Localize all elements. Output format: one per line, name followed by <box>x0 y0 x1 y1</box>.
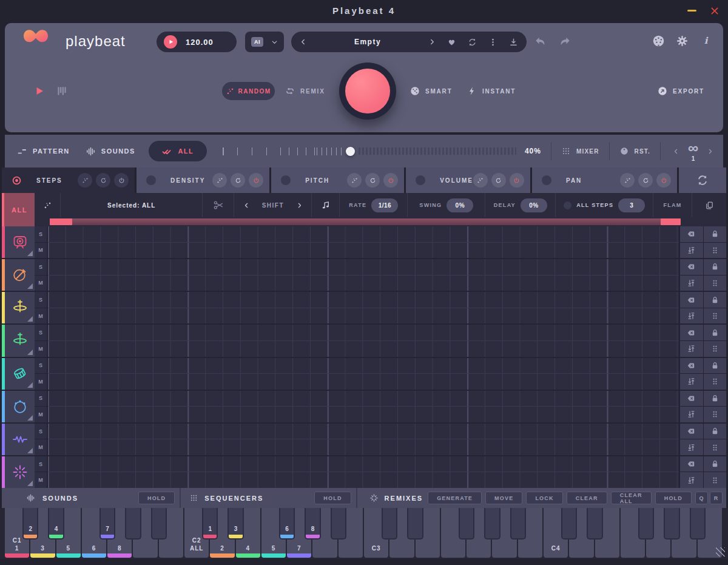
track-sample-cell[interactable] <box>2 358 35 390</box>
pattern-length-bar[interactable] <box>50 218 681 225</box>
select-all-button[interactable]: ALL <box>149 141 207 161</box>
tab-pattern[interactable]: PATTERN <box>17 146 70 157</box>
mute-button[interactable]: M <box>35 374 47 390</box>
info-icon[interactable]: i <box>699 35 712 47</box>
track-sample-cell[interactable] <box>2 424 35 455</box>
clear-steps-button[interactable] <box>680 391 703 407</box>
refresh-button[interactable] <box>638 173 653 188</box>
record-icon[interactable] <box>12 175 22 186</box>
clear-steps-button[interactable] <box>680 259 703 275</box>
step-grid[interactable] <box>48 391 679 422</box>
remix-lock-button[interactable]: LOCK <box>526 492 562 504</box>
refresh-button[interactable] <box>231 173 245 188</box>
loop-start-handle[interactable] <box>50 218 72 225</box>
shift-left-icon[interactable] <box>243 202 250 209</box>
global-sync-button[interactable] <box>679 167 726 193</box>
solo-button[interactable]: S <box>35 259 47 276</box>
power-button[interactable] <box>249 173 263 188</box>
track-sample-cell[interactable] <box>2 456 35 488</box>
power-button[interactable] <box>383 173 398 188</box>
quantize-button[interactable]: Q <box>695 492 708 504</box>
lock-track-button[interactable] <box>704 325 727 340</box>
close-button[interactable] <box>710 6 720 16</box>
step-grid[interactable] <box>48 292 679 323</box>
black-key[interactable] <box>407 508 423 540</box>
drag-handle[interactable] <box>704 439 727 455</box>
drag-handle[interactable] <box>704 308 727 324</box>
mute-button[interactable]: M <box>35 276 47 291</box>
power-button[interactable] <box>656 173 671 188</box>
clear-steps-button[interactable] <box>680 325 703 340</box>
mute-button[interactable]: M <box>35 407 47 422</box>
section-tab-pitch[interactable]: PITCH <box>271 167 406 193</box>
track-params-button[interactable] <box>680 243 703 259</box>
solo-button[interactable]: S <box>35 424 47 440</box>
cut-button[interactable] <box>203 193 234 217</box>
instant-mode-button[interactable]: INSTANT <box>467 86 516 96</box>
sequencers-hold-button[interactable]: HOLD <box>314 492 351 504</box>
step-grid[interactable] <box>48 325 679 356</box>
black-key[interactable] <box>587 508 602 540</box>
lock-track-button[interactable] <box>704 358 727 374</box>
drag-handle[interactable] <box>704 374 727 390</box>
step-grid[interactable] <box>48 226 679 258</box>
track-params-button[interactable] <box>680 276 703 291</box>
black-key[interactable] <box>151 508 167 540</box>
drag-handle[interactable] <box>704 407 727 422</box>
state-dot-icon[interactable] <box>542 175 551 185</box>
random-dots-button[interactable] <box>212 173 227 188</box>
mute-button[interactable]: M <box>35 439 47 455</box>
loop-end-handle[interactable] <box>661 218 681 225</box>
clear-steps-button[interactable] <box>680 358 703 374</box>
preset-menu-icon[interactable] <box>488 38 497 47</box>
clear-steps-button[interactable] <box>680 456 703 472</box>
clear-steps-button[interactable] <box>680 424 703 439</box>
track-sample-cell[interactable] <box>2 226 35 258</box>
reset-button[interactable]: RST. <box>619 146 650 156</box>
step-grid[interactable] <box>48 259 679 291</box>
lock-track-button[interactable] <box>704 424 727 439</box>
black-key[interactable] <box>664 508 679 540</box>
mute-button[interactable]: M <box>35 472 47 488</box>
copy-button[interactable] <box>692 193 726 217</box>
drag-handle[interactable] <box>704 472 727 488</box>
track-sample-cell[interactable] <box>2 391 35 422</box>
section-tab-pan[interactable]: PAN <box>532 167 679 193</box>
all-steps-value[interactable]: 3 <box>618 198 645 212</box>
solo-button[interactable]: S <box>35 391 47 407</box>
all-steps-toggle-icon[interactable] <box>564 201 571 209</box>
black-key[interactable] <box>561 508 577 540</box>
bpm-control[interactable]: 120.00 <box>157 32 237 52</box>
drag-handle[interactable] <box>704 243 727 259</box>
power-button[interactable] <box>114 173 129 188</box>
clear-steps-button[interactable] <box>680 226 703 242</box>
lock-track-button[interactable] <box>704 391 727 407</box>
black-key[interactable] <box>331 508 346 540</box>
remix-generate-button[interactable]: GENERATE <box>428 492 482 504</box>
randomize-steps-button[interactable] <box>35 193 61 217</box>
random-dots-button[interactable] <box>78 173 92 188</box>
lock-track-button[interactable] <box>704 292 727 308</box>
slider-knob[interactable] <box>346 147 355 156</box>
infinity-icon[interactable]: ∞ <box>688 141 698 155</box>
step-grid[interactable] <box>48 424 679 455</box>
black-key[interactable]: 7 <box>99 508 115 540</box>
flam-button[interactable]: FLAM <box>653 193 692 217</box>
black-key[interactable]: 1 <box>202 508 218 540</box>
favorite-icon[interactable] <box>447 38 456 47</box>
step-grid[interactable] <box>48 358 679 390</box>
black-key[interactable]: 6 <box>279 508 295 540</box>
track-sample-cell[interactable] <box>2 292 35 323</box>
lock-track-button[interactable] <box>704 226 727 242</box>
solo-button[interactable]: S <box>35 358 47 374</box>
refresh-button[interactable] <box>96 173 110 188</box>
state-dot-icon[interactable] <box>146 175 156 185</box>
bpm-play-icon[interactable] <box>164 35 177 49</box>
black-key[interactable] <box>459 508 474 540</box>
resize-handle[interactable] <box>716 547 725 557</box>
state-dot-icon[interactable] <box>416 175 425 185</box>
section-tab-density[interactable]: DENSITY <box>136 167 271 193</box>
settings-gear-icon[interactable] <box>676 35 689 47</box>
refresh-button[interactable] <box>365 173 380 188</box>
solo-button[interactable]: S <box>35 325 47 341</box>
